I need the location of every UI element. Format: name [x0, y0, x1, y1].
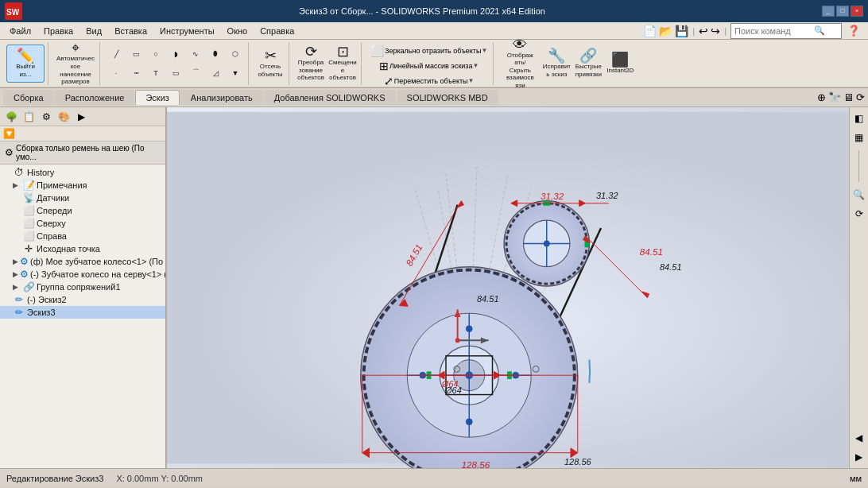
- fm-tab-config[interactable]: ⚙: [38, 109, 54, 125]
- toolbar-icon-open[interactable]: 📂: [659, 25, 672, 37]
- tree-item-right[interactable]: ⬜ Справа: [0, 230, 165, 242]
- maximize-button[interactable]: □: [836, 6, 849, 17]
- chamfer-tool[interactable]: ◿: [206, 64, 225, 82]
- menu-view[interactable]: Вид: [79, 25, 108, 37]
- menu-insert[interactable]: Вставка: [108, 25, 153, 37]
- toolbar-icon-redo[interactable]: ↪: [711, 25, 720, 37]
- menu-help[interactable]: Справка: [254, 25, 300, 37]
- view-orient-button[interactable]: ◧: [851, 110, 867, 126]
- corner-rect-tool[interactable]: ▭: [126, 45, 145, 63]
- circle-tool[interactable]: ○: [146, 45, 165, 63]
- tree-item-gear1[interactable]: ▶ ⚙ (ф) Мое зубчатое колесо<1> (По ум...: [0, 255, 165, 268]
- tab-addins[interactable]: Добавления SOLIDWORKS: [264, 90, 396, 105]
- tree-item-sketch2[interactable]: ✏ (-) Эскиз2: [0, 293, 165, 306]
- menu-tools[interactable]: Инструменты: [153, 25, 221, 37]
- search-input[interactable]: [734, 26, 814, 36]
- toolbar-icon-undo[interactable]: ↩: [699, 25, 708, 37]
- main-area: 🌳 📋 ⚙ 🎨 ▶ 🔽 ⚙ Сборка только ремень на ше…: [0, 107, 868, 468]
- quick-snaps-button[interactable]: 🔗 Быстрые привязки: [573, 45, 603, 83]
- trim-group: ✂ Отсечь объекты: [252, 42, 289, 85]
- tab-assembly[interactable]: Сборка: [3, 90, 54, 105]
- expand-panel-button[interactable]: ◀: [851, 430, 867, 446]
- array-icon: ⊞: [379, 60, 389, 72]
- svg-text:128.56: 128.56: [462, 459, 490, 468]
- app-title: ЭскизЗ от Сборк... - SOLIDWORKS Premium …: [29, 6, 816, 16]
- tree-item-history[interactable]: ⏱ History: [0, 166, 165, 179]
- collapse-panel-button[interactable]: ▶: [851, 449, 867, 465]
- tab-sketch[interactable]: Эскиз: [135, 90, 179, 105]
- ellipse-tool[interactable]: ⬮: [206, 45, 225, 63]
- zoom-button[interactable]: 🔍: [851, 187, 867, 203]
- auto-dim-button[interactable]: ⌖ Автоматическое нанесение размеров: [55, 45, 96, 83]
- menu-file[interactable]: Файл: [3, 25, 37, 37]
- fix-sketch-label: Исправить эскиз: [542, 63, 571, 78]
- polygon-tool[interactable]: ⬡: [226, 45, 245, 63]
- tab-mbd[interactable]: SOLIDWORKS MBD: [397, 90, 498, 105]
- tree-item-gear2[interactable]: ▶ ⚙ (-) Зубчатое колесо на серву<1> (По.…: [0, 268, 165, 281]
- toolbar-icon-save[interactable]: 💾: [675, 25, 688, 37]
- tree-item-front[interactable]: ⬜ Спереди: [0, 204, 165, 217]
- tree-item-sensors[interactable]: 📡 Датчики: [0, 192, 165, 204]
- more-tool[interactable]: ▼: [226, 64, 245, 82]
- tree-item-mates[interactable]: ▶ 🔗 Группа сопряжений1: [0, 281, 165, 293]
- top-label: Сверху: [37, 219, 66, 228]
- auto-dim-icon: ⌖: [72, 41, 79, 55]
- canvas-area[interactable]: 31.32 84.51 84.51 Ø64: [167, 107, 849, 468]
- trim-icon: ✂: [265, 48, 277, 63]
- spline-tool[interactable]: ∿: [186, 45, 205, 63]
- offset-button[interactable]: ⊡ Смещение объектов: [327, 45, 358, 83]
- menu-window[interactable]: Окно: [221, 25, 254, 37]
- view-icon-1[interactable]: ⊕: [817, 91, 826, 103]
- tree-item-origin[interactable]: ✛ Исходная точка: [0, 242, 165, 255]
- convert-button[interactable]: ⟳ Преобразование объектов: [296, 45, 326, 83]
- fm-tab-display[interactable]: 🎨: [56, 109, 72, 125]
- tab-analyze[interactable]: Анализировать: [180, 90, 263, 105]
- text-tool[interactable]: T: [146, 64, 165, 82]
- window-controls[interactable]: _ □ ×: [822, 6, 863, 17]
- right-icon: ⬜: [22, 230, 35, 242]
- instant2d-label: Instant2D: [606, 67, 634, 75]
- slot-tool[interactable]: ▭: [166, 64, 185, 82]
- help-icon[interactable]: ❓: [847, 25, 860, 37]
- trim-button[interactable]: ✂ Отсечь объекты: [255, 45, 285, 83]
- sketch2-icon: ✏: [13, 294, 25, 305]
- move-button[interactable]: ⤢ Переместить объекты ▼: [382, 74, 477, 88]
- close-button[interactable]: ×: [851, 6, 863, 17]
- auto-dim-group: ⌖ Автоматическое нанесение размеров: [52, 42, 100, 85]
- exit-sketch-button[interactable]: ✏️ Выйти из...: [6, 45, 45, 83]
- view-icon-3[interactable]: 🖥: [843, 91, 854, 103]
- view-icon-2[interactable]: 🔭: [828, 91, 841, 103]
- arc-tool[interactable]: ◗: [166, 45, 185, 63]
- line-tool[interactable]: ╱: [107, 45, 126, 63]
- tree-item-notes[interactable]: ▶ 📝 Примечания: [0, 179, 165, 192]
- svg-point-33: [466, 419, 472, 425]
- fm-tab-property[interactable]: 📋: [21, 109, 37, 125]
- convert-label: Преобразование объектов: [296, 59, 325, 82]
- toolbar-icon-new[interactable]: 📄: [643, 25, 657, 37]
- mirror-button[interactable]: ⬜ Зеркально отразить объекты ▼: [368, 44, 490, 58]
- linear-array-button[interactable]: ⊞ Линейный массив эскиза ▼: [377, 59, 482, 73]
- view-icon-4[interactable]: ⟳: [856, 91, 865, 103]
- show-hide-button[interactable]: 👁 Отображать/Скрыть взаимосвязи: [500, 45, 540, 83]
- minimize-button[interactable]: _: [822, 6, 835, 17]
- menu-edit[interactable]: Правка: [37, 25, 79, 37]
- rotate-button[interactable]: ⟳: [851, 206, 867, 222]
- sidebar: 🌳 📋 ⚙ 🎨 ▶ 🔽 ⚙ Сборка только ремень на ше…: [0, 107, 167, 468]
- main-drawing: 31.32 84.51 84.51 Ø64: [167, 107, 849, 468]
- fix-sketch-button[interactable]: 🔧 Исправить эскиз: [541, 45, 572, 83]
- tree-item-sketch3[interactable]: ✏ Эскиз3: [0, 306, 165, 319]
- centerline-tool[interactable]: ┅: [126, 64, 145, 82]
- toolbar-separator2: |: [724, 26, 727, 36]
- tab-layout[interactable]: Расположение: [55, 90, 135, 105]
- tree-item-top[interactable]: ⬜ Сверху: [0, 217, 165, 230]
- instant2d-button[interactable]: ⬛ Instant2D: [605, 45, 635, 83]
- fm-tab-more[interactable]: ▶: [73, 109, 89, 125]
- fm-tab-tree[interactable]: 🌳: [3, 109, 19, 125]
- command-search[interactable]: 🔍: [730, 23, 842, 39]
- toolbar-separator: |: [692, 26, 695, 36]
- fillet-tool[interactable]: ⌒: [186, 64, 205, 82]
- history-icon: ⏱: [13, 167, 25, 178]
- instant2d-icon: ⬛: [611, 52, 629, 67]
- display-style-button[interactable]: ▦: [851, 130, 867, 145]
- point-tool[interactable]: ·: [107, 64, 126, 82]
